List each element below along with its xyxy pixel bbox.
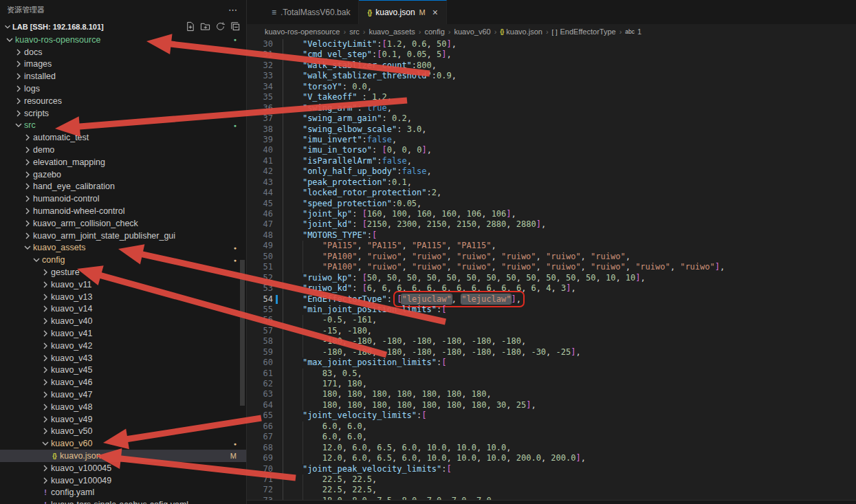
tree-item-kuavo_v50[interactable]: kuavo_v50 (0, 426, 246, 438)
code-line-46[interactable]: 46 "joint_kp": [160, 100, 160, 160, 106,… (247, 209, 856, 219)
tree-item-resources[interactable]: resources (0, 95, 246, 107)
breadcrumb-item[interactable]: kuavo-ros-opensource (265, 28, 340, 36)
tree-item-kuavo_v13[interactable]: kuavo_v13 (0, 291, 246, 303)
code-line-71[interactable]: 71 22.5, 22.5, (247, 474, 856, 485)
code-line-70[interactable]: 70 "joint_peak_velocity_limits":[ (247, 464, 856, 474)
tree-item-kuavo_v60[interactable]: kuavo_v60● (0, 437, 246, 450)
tree-item-automatic_test[interactable]: automatic_test (0, 131, 246, 144)
code-line-61[interactable]: 61 83, 0.5, (247, 369, 856, 379)
code-line-72[interactable]: 72 22.5, 22.5, (247, 485, 856, 495)
code-line-32[interactable]: 32 "walk_stablizer_count":800, (247, 61, 856, 71)
tree-item-docs[interactable]: docs (0, 46, 246, 58)
new-file-icon[interactable] (184, 21, 195, 32)
code-line-36[interactable]: 36 "swing_arm": true, (247, 103, 856, 113)
code-line-45[interactable]: 45 "speed_protection":0.05, (247, 199, 856, 209)
code-line-31[interactable]: 31 "cmd_vel_step":[0.1, 0.05, 5], (247, 50, 856, 60)
code-line-33[interactable]: 33 "walk_stablizer_threshold":0.9, (247, 71, 856, 81)
sidebar-scrollbar-thumb[interactable] (240, 260, 245, 406)
breadcrumb-item[interactable]: kuavo_assets (369, 28, 415, 36)
tree-item-kuavo_v40[interactable]: kuavo_v40 (0, 315, 246, 327)
tree-item-kuavo_v47[interactable]: kuavo_v47 (0, 388, 246, 401)
tree-item-kuavo_assets[interactable]: kuavo_assets● (0, 242, 246, 254)
tab-kuavo.json[interactable]: {}kuavo.jsonM× (359, 0, 447, 24)
tree-item-installed[interactable]: installed (0, 70, 246, 83)
tree-item-kuavo_v48[interactable]: kuavo_v48 (0, 401, 246, 413)
tree-item-src[interactable]: src● (0, 120, 246, 132)
tree-item-kuavo_v45[interactable]: kuavo_v45 (0, 364, 246, 377)
tree-item-humanoid-control[interactable]: humanoid-control (0, 193, 246, 205)
code-line-50[interactable]: 50 "PA100", "ruiwo", "ruiwo", "ruiwo", "… (247, 252, 856, 262)
tree-item-kuavo_v41[interactable]: kuavo_v41 (0, 327, 246, 340)
tree-item-images[interactable]: images (0, 58, 246, 71)
code-line-64[interactable]: 64 180, 180, 180, 180, 180, 180, 180, 30… (247, 400, 856, 410)
tree-item-humanoid-wheel-control[interactable]: humanoid-wheel-control (0, 205, 246, 217)
code-line-55[interactable]: 55 "min_joint_position_limits":[ (247, 305, 856, 315)
tree-item-kuavo_v14[interactable]: kuavo_v14 (0, 303, 246, 316)
code-line-51[interactable]: 51 "PA100", "ruiwo", "ruiwo", "ruiwo", "… (247, 262, 856, 272)
collapse-all-icon[interactable] (230, 21, 241, 32)
code-line-43[interactable]: 43 "peak_protection":0.1, (247, 177, 856, 188)
code-line-54[interactable]: 54 "EndEffectorType": ["lejuclaw", "leju… (247, 294, 856, 305)
code-line-42[interactable]: 42 "only_half_up_body":false, (247, 166, 856, 177)
tree-item-kuavo_v100049[interactable]: kuavo_v100049 (0, 474, 246, 487)
code-line-59[interactable]: 59 -180, -180, -180, -180, -180, -180, -… (247, 347, 856, 358)
tree-item-config.yaml[interactable]: !config.yaml (0, 486, 246, 498)
tree-item-config[interactable]: config● (0, 254, 246, 266)
code-view[interactable]: 30 "VelocityLimit":[1.2, 0.6, 50],31 "cm… (247, 39, 856, 504)
tab-.TotalMassV60.bak[interactable]: ≡.TotalMassV60.bak (263, 0, 359, 24)
code-line-37[interactable]: 37 "swing_arm_gain": 0.2, (247, 113, 856, 124)
tree-item-kuavo_arm_collision_check[interactable]: kuavo_arm_collision_check (0, 217, 246, 230)
tree-item-kuavo_v11[interactable]: kuavo_v11 (0, 278, 246, 291)
more-actions-icon[interactable]: ⋯ (226, 5, 239, 15)
close-icon[interactable]: × (432, 7, 438, 18)
code-line-49[interactable]: 49 "PA115", "PA115", "PA115", "PA115", (247, 241, 856, 251)
tree-item-logs[interactable]: logs (0, 83, 246, 95)
code-line-69[interactable]: 69 12.0, 6.0, 6.5, 6.0, 10.0, 10.0, 10.0… (247, 453, 856, 463)
new-folder-icon[interactable] (199, 21, 210, 32)
tree-item-kuavo_v46[interactable]: kuavo_v46 (0, 376, 246, 388)
breadcrumb[interactable]: kuavo-ros-opensource›src›kuavo_assets›co… (247, 24, 856, 39)
breadcrumb-item[interactable]: src (349, 28, 360, 36)
code-line-57[interactable]: 57 -15, -180, (247, 326, 856, 336)
code-line-60[interactable]: 60 "max_joint_position_limits":[ (247, 358, 856, 368)
tree-item-elevation_mapping[interactable]: elevation_mapping (0, 156, 246, 168)
tree-item-kuavo-tors-single-ecabus-cofig.yaml[interactable]: !kuavo-tors-single-ecabus-cofig.yaml (0, 498, 246, 504)
code-line-53[interactable]: 53 "ruiwo_kd": [6, 6, 6, 6, 6, 6, 6, 6, … (247, 283, 856, 294)
tree-item-gazebo[interactable]: gazebo (0, 168, 246, 181)
code-line-34[interactable]: 34 "torsoY": 0.0, (247, 82, 856, 92)
tree-item-kuavo_v100045[interactable]: kuavo_v100045 (0, 462, 246, 474)
code-line-47[interactable]: 47 "joint_kd": [2150, 2300, 2150, 2150, … (247, 219, 856, 230)
tree-item-kuavo_arm_joint_state_publisher_gui[interactable]: kuavo_arm_joint_state_publisher_gui (0, 230, 246, 242)
code-line-65[interactable]: 65 "joint_velocity_limits":[ (247, 410, 856, 421)
code-line-56[interactable]: 56 -0.5, -161, (247, 315, 856, 325)
breadcrumb-item[interactable]: [ ]EndEffectorType (552, 28, 616, 36)
breadcrumb-item[interactable]: abc1 (625, 28, 641, 36)
tree-item-scripts[interactable]: scripts (0, 107, 246, 120)
code-line-52[interactable]: 52 "ruiwo_kp": [50, 50, 50, 50, 50, 50, … (247, 273, 856, 283)
code-line-67[interactable]: 67 6.0, 6.0, (247, 432, 856, 442)
code-line-44[interactable]: 44 "locked_rotor_protection":2, (247, 188, 856, 198)
tree-item-hand_eye_calibration[interactable]: hand_eye_calibration (0, 181, 246, 193)
breadcrumb-item[interactable]: {}kuavo.json (500, 28, 542, 36)
code-line-38[interactable]: 38 "swing_elbow_scale": 3.0, (247, 124, 856, 135)
code-line-40[interactable]: 40 "imu_in_torso": [0, 0, 0], (247, 145, 856, 155)
tree-item-kuavo_v42[interactable]: kuavo_v42 (0, 340, 246, 352)
code-line-68[interactable]: 68 12.0, 6.0, 6.5, 6.0, 10.0, 10.0, 10.0… (247, 443, 856, 453)
breadcrumb-item[interactable]: config (424, 28, 444, 36)
tree-item-kuavo_v49[interactable]: kuavo_v49 (0, 413, 246, 426)
tree-item-gesture[interactable]: gesture (0, 266, 246, 278)
refresh-icon[interactable] (215, 21, 226, 32)
code-line-48[interactable]: 48 "MOTORS_TYPE":[ (247, 230, 856, 241)
code-line-39[interactable]: 39 "imu_invert":false, (247, 135, 856, 145)
breadcrumb-item[interactable]: kuavo_v60 (454, 28, 490, 36)
code-line-41[interactable]: 41 "isParallelArm":false, (247, 156, 856, 166)
tree-item-kuavo-ros-opensource[interactable]: kuavo-ros-opensource● (0, 34, 246, 46)
tree-item-kuavo_v43[interactable]: kuavo_v43 (0, 352, 246, 364)
code-line-66[interactable]: 66 6.0, 6.0, (247, 421, 856, 432)
code-line-35[interactable]: 35 "V_takeoff" : 1.2, (247, 92, 856, 102)
tree-item-kuavo.json[interactable]: {}kuavo.jsonM (0, 450, 246, 462)
code-line-62[interactable]: 62 171, 180, (247, 379, 856, 389)
workspace-section-header[interactable]: LAB [SSH: 192.168.8.101] (0, 19, 246, 34)
code-line-63[interactable]: 63 180, 180, 180, 180, 180, 180, 180, (247, 389, 856, 399)
code-line-58[interactable]: 58 -180, -180, -180, -180, -180, -180, -… (247, 336, 856, 347)
